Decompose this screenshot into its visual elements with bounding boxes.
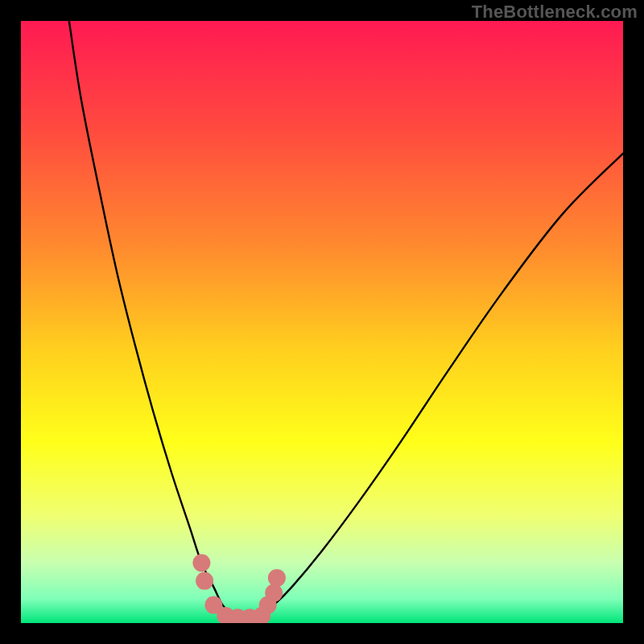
plot-area — [21, 21, 623, 623]
floor-marker-dot — [192, 554, 210, 572]
floor-marker-dot — [268, 569, 286, 587]
watermark-text: TheBottleneck.com — [472, 2, 638, 23]
gradient-background — [21, 21, 623, 623]
plot-svg — [21, 21, 623, 623]
outer-frame: TheBottleneck.com — [0, 0, 644, 644]
floor-marker-dot — [265, 584, 283, 602]
floor-marker-dot — [196, 572, 213, 590]
